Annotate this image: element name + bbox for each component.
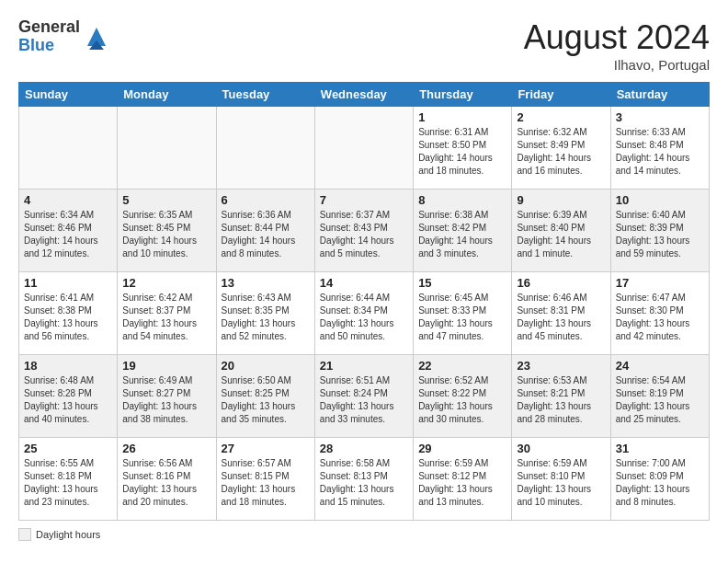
logo-blue: Blue xyxy=(18,37,80,55)
calendar-cell xyxy=(19,107,118,190)
day-info: Sunrise: 6:54 AM Sunset: 8:19 PM Dayligh… xyxy=(616,374,704,426)
day-number: 27 xyxy=(222,442,310,455)
calendar-cell: 5Sunrise: 6:35 AM Sunset: 8:45 PM Daylig… xyxy=(118,190,216,272)
day-number: 14 xyxy=(320,276,408,290)
calendar-cell: 30Sunrise: 6:59 AM Sunset: 8:10 PM Dayli… xyxy=(512,438,610,521)
day-header-wednesday: Wednesday xyxy=(314,83,413,107)
day-header-friday: Friday xyxy=(512,83,610,107)
logo-text: General Blue xyxy=(18,18,80,55)
location: Ilhavo, Portugal xyxy=(524,57,710,73)
calendar-cell: 22Sunrise: 6:52 AM Sunset: 8:22 PM Dayli… xyxy=(414,355,512,438)
legend-box xyxy=(18,528,31,541)
day-number: 20 xyxy=(222,359,310,373)
day-header-monday: Monday xyxy=(118,83,216,107)
day-info: Sunrise: 6:39 AM Sunset: 8:40 PM Dayligh… xyxy=(517,209,605,260)
calendar-cell: 11Sunrise: 6:41 AM Sunset: 8:38 PM Dayli… xyxy=(19,272,118,355)
day-info: Sunrise: 6:33 AM Sunset: 8:48 PM Dayligh… xyxy=(616,126,704,178)
day-info: Sunrise: 6:41 AM Sunset: 8:38 PM Dayligh… xyxy=(24,292,112,343)
day-number: 13 xyxy=(222,276,310,290)
day-info: Sunrise: 6:59 AM Sunset: 8:10 PM Dayligh… xyxy=(517,457,605,509)
calendar-cell: 3Sunrise: 6:33 AM Sunset: 8:48 PM Daylig… xyxy=(610,107,709,190)
calendar-week-2: 4Sunrise: 6:34 AM Sunset: 8:46 PM Daylig… xyxy=(19,190,710,272)
day-number: 28 xyxy=(320,442,408,455)
calendar-cell: 28Sunrise: 6:58 AM Sunset: 8:13 PM Dayli… xyxy=(314,438,413,521)
day-number: 5 xyxy=(122,193,210,207)
day-info: Sunrise: 6:31 AM Sunset: 8:50 PM Dayligh… xyxy=(418,126,506,178)
day-header-thursday: Thursday xyxy=(414,83,512,107)
calendar-cell: 26Sunrise: 6:56 AM Sunset: 8:16 PM Dayli… xyxy=(118,438,216,521)
day-info: Sunrise: 6:32 AM Sunset: 8:49 PM Dayligh… xyxy=(517,126,605,178)
day-info: Sunrise: 6:42 AM Sunset: 8:37 PM Dayligh… xyxy=(122,292,210,343)
day-number: 11 xyxy=(24,276,112,290)
calendar-week-5: 25Sunrise: 6:55 AM Sunset: 8:18 PM Dayli… xyxy=(19,438,710,521)
logo: General Blue xyxy=(18,18,109,55)
calendar-cell: 12Sunrise: 6:42 AM Sunset: 8:37 PM Dayli… xyxy=(118,272,216,355)
day-number: 10 xyxy=(616,193,704,207)
calendar-cell: 10Sunrise: 6:40 AM Sunset: 8:39 PM Dayli… xyxy=(610,190,709,272)
day-info: Sunrise: 6:49 AM Sunset: 8:27 PM Dayligh… xyxy=(122,374,210,426)
day-info: Sunrise: 6:34 AM Sunset: 8:46 PM Dayligh… xyxy=(24,209,112,260)
calendar-table: SundayMondayTuesdayWednesdayThursdayFrid… xyxy=(18,82,710,521)
calendar-cell: 1Sunrise: 6:31 AM Sunset: 8:50 PM Daylig… xyxy=(414,107,512,190)
day-info: Sunrise: 6:50 AM Sunset: 8:25 PM Dayligh… xyxy=(222,374,310,426)
calendar-cell: 15Sunrise: 6:45 AM Sunset: 8:33 PM Dayli… xyxy=(414,272,512,355)
day-number: 24 xyxy=(616,359,704,373)
day-number: 19 xyxy=(122,359,210,373)
day-info: Sunrise: 6:46 AM Sunset: 8:31 PM Dayligh… xyxy=(517,292,605,343)
calendar-cell: 18Sunrise: 6:48 AM Sunset: 8:28 PM Dayli… xyxy=(19,355,118,438)
calendar-cell: 4Sunrise: 6:34 AM Sunset: 8:46 PM Daylig… xyxy=(19,190,118,272)
day-number: 3 xyxy=(616,110,704,124)
calendar-cell xyxy=(216,107,314,190)
day-number: 18 xyxy=(24,359,112,373)
calendar-cell: 9Sunrise: 6:39 AM Sunset: 8:40 PM Daylig… xyxy=(512,190,610,272)
days-header-row: SundayMondayTuesdayWednesdayThursdayFrid… xyxy=(19,83,710,107)
calendar-cell: 27Sunrise: 6:57 AM Sunset: 8:15 PM Dayli… xyxy=(216,438,314,521)
day-number: 31 xyxy=(616,442,704,455)
calendar-cell: 16Sunrise: 6:46 AM Sunset: 8:31 PM Dayli… xyxy=(512,272,610,355)
day-number: 4 xyxy=(24,193,112,207)
day-number: 6 xyxy=(222,193,310,207)
day-number: 16 xyxy=(517,276,605,290)
day-info: Sunrise: 6:57 AM Sunset: 8:15 PM Dayligh… xyxy=(222,457,310,509)
calendar-cell: 31Sunrise: 7:00 AM Sunset: 8:09 PM Dayli… xyxy=(610,438,709,521)
day-info: Sunrise: 6:55 AM Sunset: 8:18 PM Dayligh… xyxy=(24,457,112,509)
logo-general: General xyxy=(18,18,80,37)
day-number: 7 xyxy=(320,193,408,207)
day-info: Sunrise: 6:44 AM Sunset: 8:34 PM Dayligh… xyxy=(320,292,408,343)
day-number: 25 xyxy=(24,442,112,455)
day-number: 12 xyxy=(122,276,210,290)
calendar-week-3: 11Sunrise: 6:41 AM Sunset: 8:38 PM Dayli… xyxy=(19,272,710,355)
calendar-cell: 17Sunrise: 6:47 AM Sunset: 8:30 PM Dayli… xyxy=(610,272,709,355)
calendar-cell: 23Sunrise: 6:53 AM Sunset: 8:21 PM Dayli… xyxy=(512,355,610,438)
day-number: 2 xyxy=(517,110,605,124)
day-number: 29 xyxy=(418,442,506,455)
day-info: Sunrise: 6:47 AM Sunset: 8:30 PM Dayligh… xyxy=(616,292,704,343)
day-info: Sunrise: 6:45 AM Sunset: 8:33 PM Dayligh… xyxy=(418,292,506,343)
day-header-saturday: Saturday xyxy=(610,83,709,107)
day-info: Sunrise: 6:38 AM Sunset: 8:42 PM Dayligh… xyxy=(418,209,506,260)
day-info: Sunrise: 6:35 AM Sunset: 8:45 PM Dayligh… xyxy=(122,209,210,260)
calendar-cell: 8Sunrise: 6:38 AM Sunset: 8:42 PM Daylig… xyxy=(414,190,512,272)
day-info: Sunrise: 6:52 AM Sunset: 8:22 PM Dayligh… xyxy=(418,374,506,426)
day-info: Sunrise: 6:56 AM Sunset: 8:16 PM Dayligh… xyxy=(122,457,210,509)
logo-icon xyxy=(84,24,109,50)
day-number: 26 xyxy=(122,442,210,455)
day-info: Sunrise: 6:58 AM Sunset: 8:13 PM Dayligh… xyxy=(320,457,408,509)
calendar-body: 1Sunrise: 6:31 AM Sunset: 8:50 PM Daylig… xyxy=(19,107,710,521)
legend: Daylight hours xyxy=(18,528,710,541)
calendar-cell: 25Sunrise: 6:55 AM Sunset: 8:18 PM Dayli… xyxy=(19,438,118,521)
calendar-cell: 20Sunrise: 6:50 AM Sunset: 8:25 PM Dayli… xyxy=(216,355,314,438)
title-block: August 2024 Ilhavo, Portugal xyxy=(524,18,710,73)
calendar-cell xyxy=(314,107,413,190)
page-header: General Blue August 2024 Ilhavo, Portuga… xyxy=(18,18,710,73)
day-number: 9 xyxy=(517,193,605,207)
calendar-cell: 7Sunrise: 6:37 AM Sunset: 8:43 PM Daylig… xyxy=(314,190,413,272)
day-number: 8 xyxy=(418,193,506,207)
day-info: Sunrise: 6:53 AM Sunset: 8:21 PM Dayligh… xyxy=(517,374,605,426)
calendar-cell: 14Sunrise: 6:44 AM Sunset: 8:34 PM Dayli… xyxy=(314,272,413,355)
day-number: 17 xyxy=(616,276,704,290)
legend-label: Daylight hours xyxy=(36,529,100,540)
calendar-cell xyxy=(118,107,216,190)
calendar-cell: 24Sunrise: 6:54 AM Sunset: 8:19 PM Dayli… xyxy=(610,355,709,438)
calendar-cell: 13Sunrise: 6:43 AM Sunset: 8:35 PM Dayli… xyxy=(216,272,314,355)
